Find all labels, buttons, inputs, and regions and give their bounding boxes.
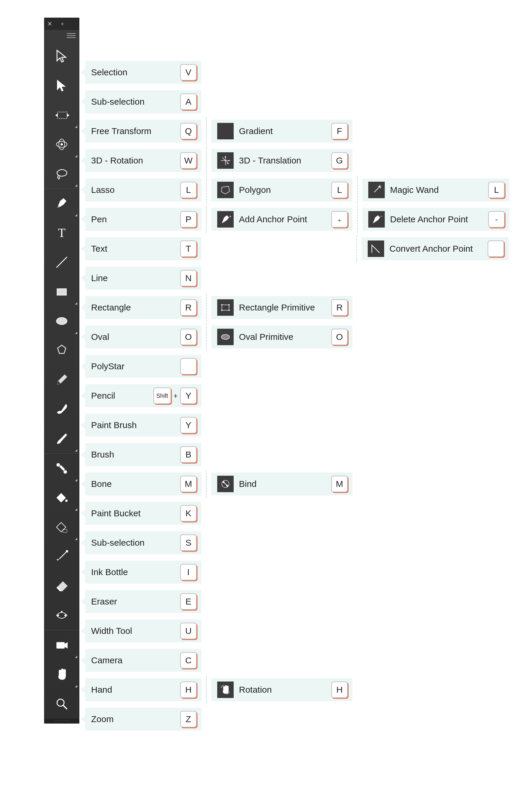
- tool-card: PencilShift+Y: [85, 384, 201, 407]
- tool-bone[interactable]: [44, 454, 79, 483]
- tool-card: Delete Anchor Point-: [362, 208, 509, 231]
- tool-card: Sub-selectionS: [85, 531, 201, 554]
- submenu-indicator-icon: [75, 184, 77, 187]
- tool-card: Oval PrimitiveO: [211, 325, 353, 348]
- connector: [206, 176, 207, 204]
- tool-label: Eraser: [91, 597, 180, 607]
- magic-wand-icon: [368, 182, 385, 198]
- shortcut-keys: [180, 358, 197, 375]
- tool-rotation-3d[interactable]: [44, 130, 79, 159]
- gradient-icon: [217, 123, 234, 139]
- tool-row: Ink BottleI: [85, 559, 509, 586]
- key: S: [180, 534, 197, 551]
- tool-text[interactable]: [44, 218, 79, 248]
- tool-row: PolyStar: [85, 353, 509, 380]
- tool-row: Sub-selectionS: [85, 529, 509, 556]
- close-icon[interactable]: ✕: [47, 20, 52, 27]
- shortcut-keys: R: [180, 299, 197, 316]
- key: G: [331, 152, 348, 169]
- tool-brush[interactable]: [44, 424, 79, 453]
- tool-label: Text: [91, 244, 180, 254]
- key: Z: [180, 711, 197, 727]
- oval-primitive-icon: [217, 329, 234, 345]
- shortcut-keys: M: [331, 476, 348, 492]
- tool-selection[interactable]: [44, 41, 79, 71]
- key: K: [180, 505, 197, 522]
- tool-panel: ✕ ‹‹: [44, 18, 79, 723]
- tool-hand[interactable]: [44, 660, 79, 689]
- tool-card: RectangleR: [85, 296, 201, 319]
- tool-card: BoneM: [85, 472, 201, 495]
- tool-label: Sub-selection: [91, 97, 180, 107]
- menu-icon: [67, 35, 76, 36]
- tool-card: LassoL: [85, 178, 201, 202]
- tool-label: Oval: [91, 332, 180, 342]
- tool-labels: SelectionVSub-selectionAFree TransformQG…: [85, 59, 509, 735]
- collapse-icon[interactable]: ‹‹: [61, 21, 63, 27]
- submenu-indicator-icon: [75, 479, 77, 481]
- submenu-indicator-icon: [75, 508, 77, 511]
- key: A: [180, 94, 197, 110]
- shortcut-keys: R: [331, 299, 348, 316]
- tool-pen[interactable]: [44, 189, 79, 218]
- tool-label: Rectangle Primitive: [239, 303, 331, 313]
- key: V: [180, 64, 197, 80]
- tool-card: Magic WandL: [362, 178, 509, 202]
- panel-grip[interactable]: [44, 719, 79, 723]
- tool-row: CameraC: [85, 647, 509, 674]
- connector: [206, 118, 207, 145]
- tool-free-transform[interactable]: [44, 100, 79, 130]
- tool-label: Add Anchor Point: [239, 214, 331, 224]
- convert-anchor-icon: [368, 241, 384, 257]
- tool-zoom[interactable]: [44, 689, 79, 719]
- tool-card: Convert Anchor Point: [362, 237, 509, 260]
- key: Y: [180, 417, 197, 433]
- tool-subselection2[interactable]: [44, 512, 79, 542]
- tool-label: Width Tool: [91, 626, 180, 636]
- tool-eraser[interactable]: [44, 571, 79, 601]
- tool-pencil[interactable]: [44, 365, 79, 395]
- tool-label: Polygon: [239, 185, 331, 195]
- connector: [206, 323, 207, 351]
- tool-line[interactable]: [44, 248, 79, 277]
- tool-label: Oval Primitive: [239, 332, 331, 342]
- tool-paint-bucket[interactable]: [44, 483, 79, 512]
- tool-width-tool[interactable]: [44, 601, 79, 630]
- tool-row: LineN: [85, 265, 509, 292]
- tool-row: PencilShift+Y: [85, 382, 509, 409]
- tool-card: Free TransformQ: [85, 120, 201, 143]
- tool-row: OvalOOval PrimitiveO: [85, 323, 509, 351]
- panel-menu-button[interactable]: [44, 30, 79, 41]
- tool-camera[interactable]: [44, 630, 79, 660]
- tool-label: 3D - Rotation: [91, 155, 180, 166]
- key: H: [331, 682, 348, 698]
- tool-subselection[interactable]: [44, 71, 79, 100]
- tool-row: Free TransformQGradientF: [85, 118, 509, 145]
- tool-row: ZoomZ: [85, 706, 509, 733]
- translation-3d-icon: [217, 152, 234, 169]
- tool-row: BoneMBindM: [85, 470, 509, 497]
- key: B: [180, 446, 197, 463]
- tool-rectangle[interactable]: [44, 277, 79, 306]
- tool-row: LassoLPolygonLMagic WandL: [85, 176, 509, 204]
- key: M: [180, 476, 197, 492]
- tool-polystar[interactable]: [44, 336, 79, 365]
- submenu-indicator-icon: [75, 155, 77, 157]
- tool-row: SelectionV: [85, 59, 509, 86]
- tool-lasso[interactable]: [44, 159, 79, 188]
- delete-anchor-icon: [368, 211, 385, 228]
- tool-card: TextT: [85, 237, 201, 260]
- add-anchor-icon: [217, 211, 234, 228]
- polygon-lasso-icon: [217, 182, 234, 198]
- key: U: [180, 623, 197, 639]
- tool-label: Rectangle: [91, 303, 180, 313]
- tool-card: Paint BrushY: [85, 414, 201, 437]
- tool-row: Paint BrushY: [85, 412, 509, 439]
- shortcut-keys: W: [180, 152, 197, 169]
- tool-label: Camera: [91, 655, 180, 665]
- tool-paint-brush[interactable]: [44, 395, 79, 424]
- tool-ink-bottle[interactable]: [44, 542, 79, 571]
- tool-label: Line: [91, 273, 180, 283]
- key: [180, 358, 197, 375]
- tool-oval[interactable]: [44, 306, 79, 336]
